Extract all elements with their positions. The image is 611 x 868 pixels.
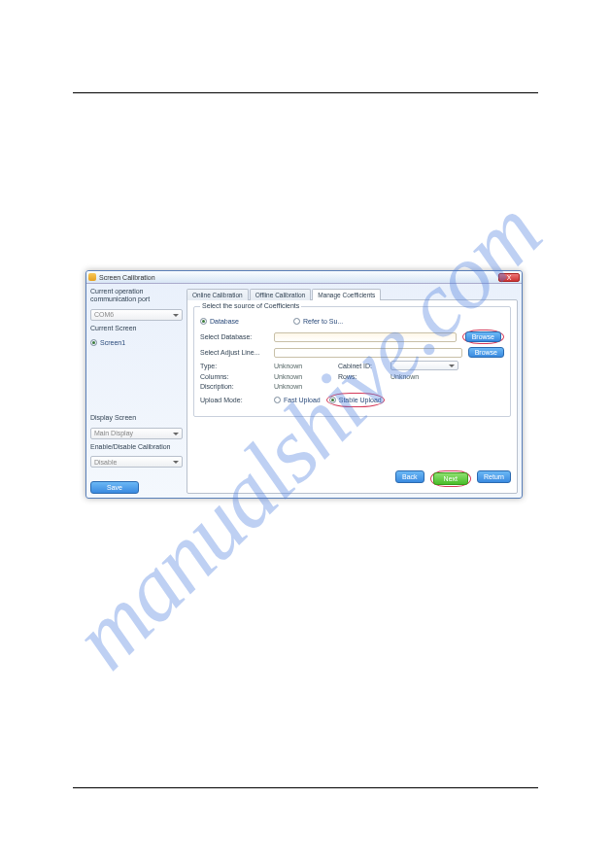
screen1-label: Screen1 bbox=[100, 339, 125, 346]
radio-stable-upload[interactable]: Stable Upload bbox=[329, 395, 382, 405]
app-icon bbox=[88, 273, 96, 281]
next-button[interactable]: Next bbox=[433, 472, 468, 485]
display-screen-dropdown[interactable]: Main Display bbox=[90, 428, 183, 439]
cabinet-id-combo[interactable] bbox=[390, 361, 458, 370]
fast-upload-label: Fast Upload bbox=[284, 397, 321, 403]
save-button[interactable]: Save bbox=[90, 481, 139, 494]
com-port-value: COM6 bbox=[94, 311, 114, 318]
left-panel: Current operation communication port COM… bbox=[90, 288, 183, 494]
enable-disable-dropdown[interactable]: Disable bbox=[90, 456, 183, 468]
radio-refer[interactable]: Refer to Su... bbox=[293, 316, 343, 327]
radio-fast-upload[interactable]: Fast Upload bbox=[274, 395, 321, 405]
description-value: Unknown bbox=[274, 383, 302, 390]
select-database-label: Select Database: bbox=[200, 333, 268, 340]
current-screen-label: Current Screen bbox=[90, 325, 183, 332]
radio-icon bbox=[200, 318, 207, 325]
tab-online-calibration[interactable]: Online Calibration bbox=[187, 289, 249, 300]
tab-strip: Online Calibration Offline Calibration M… bbox=[187, 289, 518, 300]
display-screen-label: Display Screen bbox=[90, 414, 183, 422]
screen-calibration-dialog: Screen Calibration X Current operation c… bbox=[85, 270, 523, 499]
close-button[interactable]: X bbox=[498, 273, 520, 282]
select-adjust-label: Select Adjust Line... bbox=[200, 349, 268, 356]
highlight-browse-1: Browse bbox=[462, 330, 504, 344]
back-button[interactable]: Back bbox=[395, 470, 424, 483]
wizard-footer: Back Next Return bbox=[193, 467, 511, 487]
tab-offline-calibration[interactable]: Offline Calibration bbox=[250, 289, 312, 300]
description-label: Discription: bbox=[200, 383, 268, 390]
radio-database-label: Database bbox=[210, 318, 239, 325]
type-label: Type: bbox=[200, 363, 268, 369]
enable-disable-value: Disable bbox=[94, 459, 117, 466]
radio-refer-label: Refer to Su... bbox=[303, 318, 343, 325]
highlight-next: Next bbox=[430, 470, 471, 487]
cabinet-id-label: Cabinet ID: bbox=[338, 363, 385, 369]
source-fieldset: Select the source of Coefficients Databa… bbox=[193, 306, 511, 417]
stable-upload-label: Stable Upload bbox=[339, 397, 382, 403]
rows-value: Unknown bbox=[390, 373, 419, 380]
radio-icon bbox=[293, 318, 300, 325]
enable-disable-label: Enable/Disable Calibration bbox=[90, 443, 183, 451]
tab-body: Select the source of Coefficients Databa… bbox=[187, 299, 518, 494]
display-screen-value: Main Display bbox=[94, 430, 133, 436]
right-panel: Online Calibration Offline Calibration M… bbox=[187, 288, 518, 494]
radio-icon bbox=[274, 397, 281, 403]
tab-manage-coefficients[interactable]: Manage Coefficients bbox=[312, 289, 381, 300]
highlight-stable-upload: Stable Upload bbox=[326, 393, 385, 407]
radio-icon bbox=[329, 397, 336, 403]
fieldset-legend: Select the source of Coefficients bbox=[200, 302, 301, 309]
radio-database[interactable]: Database bbox=[200, 316, 288, 327]
return-button[interactable]: Return bbox=[477, 470, 511, 483]
com-port-dropdown[interactable]: COM6 bbox=[90, 309, 183, 321]
browse-adjust-button[interactable]: Browse bbox=[468, 347, 504, 358]
comm-port-label: Current operation communication port bbox=[90, 288, 183, 304]
upload-mode-label: Upload Mode: bbox=[200, 397, 268, 403]
type-value: Unknown bbox=[274, 363, 332, 369]
columns-value: Unknown bbox=[274, 373, 332, 380]
columns-label: Columns: bbox=[200, 373, 268, 380]
browse-database-button[interactable]: Browse bbox=[465, 331, 501, 342]
titlebar: Screen Calibration X bbox=[86, 271, 522, 284]
adjust-path-input[interactable] bbox=[274, 348, 462, 358]
rows-label: Rows: bbox=[338, 373, 385, 380]
window-title: Screen Calibration bbox=[99, 274, 498, 281]
database-path-input[interactable] bbox=[274, 332, 457, 342]
radio-icon bbox=[90, 339, 97, 346]
screen1-radio[interactable]: Screen1 bbox=[90, 337, 183, 348]
